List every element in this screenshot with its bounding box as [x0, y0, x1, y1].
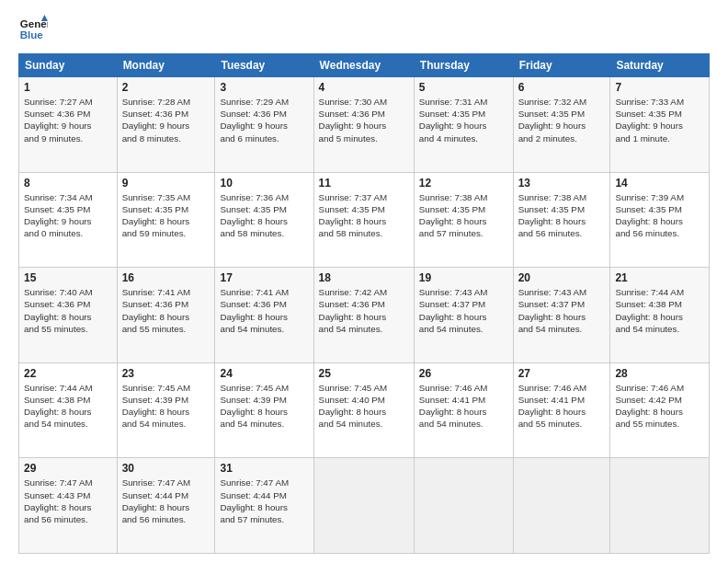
day-number: 27 [518, 367, 606, 380]
day-number: 17 [220, 271, 308, 284]
day-number: 9 [122, 177, 210, 190]
calendar-cell: 9Sunrise: 7:35 AM Sunset: 4:35 PM Daylig… [117, 172, 215, 268]
day-number: 26 [419, 367, 508, 380]
day-info: Sunrise: 7:43 AM Sunset: 4:37 PM Dayligh… [518, 286, 606, 335]
calendar-cell: 29Sunrise: 7:47 AM Sunset: 4:43 PM Dayli… [19, 458, 118, 554]
day-number: 30 [122, 462, 210, 475]
day-info: Sunrise: 7:45 AM Sunset: 4:39 PM Dayligh… [220, 382, 308, 431]
calendar-cell [513, 458, 610, 554]
calendar-cell: 18Sunrise: 7:42 AM Sunset: 4:36 PM Dayli… [313, 268, 414, 363]
days-of-week-row: SundayMondayTuesdayWednesdayThursdayFrid… [19, 54, 710, 77]
page-header: General Blue [18, 15, 710, 44]
day-number: 2 [122, 81, 210, 94]
day-info: Sunrise: 7:44 AM Sunset: 4:38 PM Dayligh… [615, 286, 704, 335]
day-info: Sunrise: 7:47 AM Sunset: 4:44 PM Dayligh… [220, 477, 308, 525]
day-number: 13 [518, 177, 606, 190]
calendar-cell: 6Sunrise: 7:32 AM Sunset: 4:35 PM Daylig… [513, 77, 610, 173]
calendar-week-5: 29Sunrise: 7:47 AM Sunset: 4:43 PM Dayli… [19, 458, 710, 554]
day-info: Sunrise: 7:41 AM Sunset: 4:36 PM Dayligh… [220, 286, 308, 335]
calendar-cell: 1Sunrise: 7:27 AM Sunset: 4:36 PM Daylig… [19, 77, 118, 173]
calendar-table: SundayMondayTuesdayWednesdayThursdayFrid… [18, 53, 710, 554]
day-number: 22 [24, 367, 112, 380]
day-number: 23 [122, 367, 210, 380]
calendar-cell: 24Sunrise: 7:45 AM Sunset: 4:39 PM Dayli… [215, 362, 313, 458]
dow-header-monday: Monday [117, 54, 215, 77]
day-info: Sunrise: 7:46 AM Sunset: 4:41 PM Dayligh… [419, 382, 508, 431]
day-info: Sunrise: 7:34 AM Sunset: 4:35 PM Dayligh… [24, 191, 112, 240]
calendar-cell: 4Sunrise: 7:30 AM Sunset: 4:36 PM Daylig… [313, 77, 414, 173]
day-number: 3 [220, 81, 308, 94]
calendar-cell: 14Sunrise: 7:39 AM Sunset: 4:35 PM Dayli… [610, 172, 710, 268]
day-number: 16 [122, 271, 210, 284]
day-number: 14 [615, 177, 704, 190]
calendar-cell: 26Sunrise: 7:46 AM Sunset: 4:41 PM Dayli… [414, 362, 513, 458]
calendar-cell: 8Sunrise: 7:34 AM Sunset: 4:35 PM Daylig… [19, 172, 118, 268]
day-number: 25 [319, 367, 409, 380]
dow-header-friday: Friday [513, 54, 610, 77]
calendar-cell: 25Sunrise: 7:45 AM Sunset: 4:40 PM Dayli… [313, 362, 414, 458]
calendar-week-1: 1Sunrise: 7:27 AM Sunset: 4:36 PM Daylig… [19, 77, 710, 173]
day-number: 28 [615, 367, 704, 380]
calendar-cell: 11Sunrise: 7:37 AM Sunset: 4:35 PM Dayli… [313, 172, 414, 268]
day-number: 10 [220, 177, 308, 190]
day-info: Sunrise: 7:42 AM Sunset: 4:36 PM Dayligh… [319, 286, 409, 335]
calendar-cell: 31Sunrise: 7:47 AM Sunset: 4:44 PM Dayli… [215, 458, 313, 554]
dow-header-saturday: Saturday [610, 54, 710, 77]
calendar-cell: 5Sunrise: 7:31 AM Sunset: 4:35 PM Daylig… [414, 77, 513, 173]
calendar-cell: 15Sunrise: 7:40 AM Sunset: 4:36 PM Dayli… [19, 268, 118, 363]
day-number: 11 [319, 177, 409, 190]
calendar-cell: 16Sunrise: 7:41 AM Sunset: 4:36 PM Dayli… [117, 268, 215, 363]
day-number: 18 [319, 271, 409, 284]
calendar-cell: 21Sunrise: 7:44 AM Sunset: 4:38 PM Dayli… [610, 268, 710, 363]
day-number: 20 [518, 271, 606, 284]
day-number: 19 [419, 271, 508, 284]
day-info: Sunrise: 7:47 AM Sunset: 4:43 PM Dayligh… [24, 477, 112, 525]
dow-header-wednesday: Wednesday [313, 54, 414, 77]
day-info: Sunrise: 7:46 AM Sunset: 4:42 PM Dayligh… [615, 382, 704, 431]
day-number: 7 [615, 81, 704, 94]
day-info: Sunrise: 7:44 AM Sunset: 4:38 PM Dayligh… [24, 382, 112, 431]
day-info: Sunrise: 7:32 AM Sunset: 4:35 PM Dayligh… [518, 96, 606, 144]
calendar-cell: 20Sunrise: 7:43 AM Sunset: 4:37 PM Dayli… [513, 268, 610, 363]
calendar-cell: 22Sunrise: 7:44 AM Sunset: 4:38 PM Dayli… [19, 362, 118, 458]
day-info: Sunrise: 7:40 AM Sunset: 4:36 PM Dayligh… [24, 286, 112, 335]
day-info: Sunrise: 7:37 AM Sunset: 4:35 PM Dayligh… [319, 191, 409, 240]
day-info: Sunrise: 7:31 AM Sunset: 4:35 PM Dayligh… [419, 96, 508, 144]
calendar-body: 1Sunrise: 7:27 AM Sunset: 4:36 PM Daylig… [19, 77, 710, 554]
logo: General Blue [18, 15, 48, 44]
calendar-cell: 27Sunrise: 7:46 AM Sunset: 4:41 PM Dayli… [513, 362, 610, 458]
calendar-cell [313, 458, 414, 554]
dow-header-thursday: Thursday [414, 54, 513, 77]
calendar-cell [414, 458, 513, 554]
day-info: Sunrise: 7:41 AM Sunset: 4:36 PM Dayligh… [122, 286, 210, 335]
calendar-week-4: 22Sunrise: 7:44 AM Sunset: 4:38 PM Dayli… [19, 362, 710, 458]
day-number: 4 [319, 81, 409, 94]
calendar-cell: 28Sunrise: 7:46 AM Sunset: 4:42 PM Dayli… [610, 362, 710, 458]
day-info: Sunrise: 7:33 AM Sunset: 4:35 PM Dayligh… [615, 96, 704, 144]
calendar-cell: 17Sunrise: 7:41 AM Sunset: 4:36 PM Dayli… [215, 268, 313, 363]
day-info: Sunrise: 7:45 AM Sunset: 4:39 PM Dayligh… [122, 382, 210, 431]
calendar-week-3: 15Sunrise: 7:40 AM Sunset: 4:36 PM Dayli… [19, 268, 710, 363]
day-info: Sunrise: 7:27 AM Sunset: 4:36 PM Dayligh… [24, 96, 112, 144]
day-number: 1 [24, 81, 112, 94]
calendar-cell: 23Sunrise: 7:45 AM Sunset: 4:39 PM Dayli… [117, 362, 215, 458]
day-info: Sunrise: 7:45 AM Sunset: 4:40 PM Dayligh… [319, 382, 409, 431]
calendar-cell [610, 458, 710, 554]
day-number: 12 [419, 177, 508, 190]
day-info: Sunrise: 7:38 AM Sunset: 4:35 PM Dayligh… [419, 191, 508, 240]
day-info: Sunrise: 7:46 AM Sunset: 4:41 PM Dayligh… [518, 382, 606, 431]
calendar-cell: 7Sunrise: 7:33 AM Sunset: 4:35 PM Daylig… [610, 77, 710, 173]
day-number: 6 [518, 81, 606, 94]
day-number: 29 [24, 462, 112, 475]
day-info: Sunrise: 7:30 AM Sunset: 4:36 PM Dayligh… [319, 96, 409, 144]
day-info: Sunrise: 7:38 AM Sunset: 4:35 PM Dayligh… [518, 191, 606, 240]
calendar-cell: 30Sunrise: 7:47 AM Sunset: 4:44 PM Dayli… [117, 458, 215, 554]
dow-header-tuesday: Tuesday [215, 54, 313, 77]
svg-text:Blue: Blue [20, 29, 44, 40]
day-info: Sunrise: 7:28 AM Sunset: 4:36 PM Dayligh… [122, 96, 210, 144]
calendar-cell: 19Sunrise: 7:43 AM Sunset: 4:37 PM Dayli… [414, 268, 513, 363]
logo-icon: General Blue [18, 15, 48, 44]
day-number: 21 [615, 271, 704, 284]
calendar-cell: 2Sunrise: 7:28 AM Sunset: 4:36 PM Daylig… [117, 77, 215, 173]
day-info: Sunrise: 7:47 AM Sunset: 4:44 PM Dayligh… [122, 477, 210, 525]
